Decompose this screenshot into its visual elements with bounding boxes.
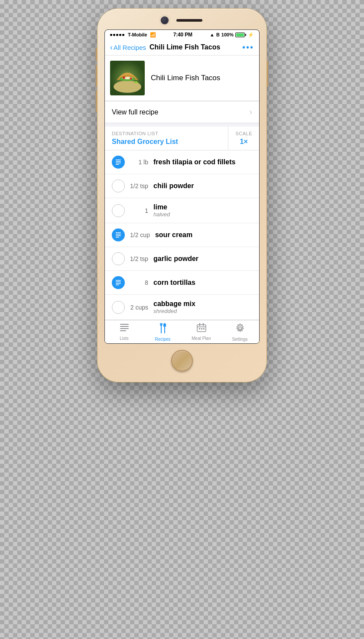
recipe-header-card: Chili Lime Fish Tacos: [105, 55, 259, 101]
svg-rect-12: [116, 234, 121, 235]
ingredient-checkbox[interactable]: [112, 179, 125, 192]
back-label: All Recipes: [114, 44, 146, 51]
svg-rect-16: [116, 282, 121, 283]
svg-rect-20: [120, 326, 129, 327]
destination-left: DESTINATION LIST Shared Grocery List: [105, 127, 228, 150]
status-bar: T-Mobile 📶 7:40 PM ▲ B 100% ⚡: [105, 30, 259, 39]
tab-settings-label: Settings: [232, 337, 247, 342]
ingredient-checkbox[interactable]: [112, 204, 125, 217]
ingredient-name: fresh tilapia or cod fillets: [153, 158, 252, 166]
more-button[interactable]: •••: [242, 43, 254, 52]
ingredient-info: sour cream: [155, 231, 252, 239]
battery-percent: 100%: [221, 32, 234, 37]
ingredient-row: 2 cups cabbage mix shredded: [105, 295, 259, 320]
front-camera: [162, 17, 168, 23]
svg-rect-11: [116, 232, 121, 233]
scale-label: SCALE: [235, 131, 252, 136]
view-full-recipe-button[interactable]: View full recipe ›: [105, 101, 259, 123]
home-button[interactable]: [171, 350, 193, 372]
destination-list-value[interactable]: Shared Grocery List: [112, 138, 221, 146]
mute-button[interactable]: [96, 48, 98, 61]
tab-lists[interactable]: Lists: [105, 323, 143, 342]
svg-rect-34: [203, 328, 205, 329]
page-title: Chili Lime Fish Tacos: [150, 43, 239, 51]
recipes-icon: [158, 323, 168, 336]
svg-rect-32: [199, 328, 200, 329]
svg-rect-22: [120, 330, 126, 331]
ingredient-row: 1/2 tsp garlic powder: [105, 247, 259, 271]
destination-list-label: DESTINATION LIST: [112, 131, 221, 136]
ingredient-row: 1 lb fresh tilapia or cod fillets: [105, 150, 259, 174]
svg-rect-19: [120, 324, 129, 325]
earpiece-speaker: [176, 19, 202, 22]
tab-recipes-label: Recipes: [155, 337, 170, 342]
svg-rect-14: [116, 237, 119, 238]
ingredient-info: corn tortillas: [153, 279, 252, 287]
ingredient-checkbox[interactable]: [112, 301, 125, 314]
tab-recipes[interactable]: Recipes: [143, 323, 182, 342]
ingredient-row: 1 lime halved: [105, 198, 259, 223]
carrier-name: T-Mobile: [128, 32, 147, 37]
ingredient-note: halved: [153, 211, 252, 218]
svg-point-6: [130, 78, 132, 80]
svg-rect-7: [116, 160, 121, 160]
ingredient-amount: 1/2 cup: [130, 231, 150, 238]
ingredient-checkbox[interactable]: [112, 252, 125, 265]
status-left: T-Mobile 📶: [110, 32, 156, 38]
ingredient-name: corn tortillas: [153, 279, 252, 287]
tab-lists-label: Lists: [120, 336, 129, 341]
tab-settings[interactable]: Settings: [221, 323, 259, 342]
ingredient-list-icon[interactable]: [112, 228, 125, 241]
svg-rect-8: [116, 161, 121, 162]
tab-bar: Lists: [105, 320, 259, 343]
ingredient-info: fresh tilapia or cod fillets: [153, 158, 252, 166]
navigation-bar: ‹ All Recipes Chili Lime Fish Tacos •••: [105, 39, 259, 55]
ingredient-row: 1/2 tsp chili powder: [105, 174, 259, 198]
tab-mealplan[interactable]: Meal Plan: [182, 323, 221, 342]
svg-point-5: [123, 76, 125, 79]
svg-rect-9: [116, 163, 121, 163]
svg-rect-15: [116, 280, 121, 281]
ingredient-list-icon[interactable]: [112, 276, 125, 289]
ingredient-amount: 1/2 tsp: [130, 183, 148, 189]
back-chevron-icon: ‹: [110, 43, 113, 51]
ingredient-amount: 8: [130, 279, 148, 286]
clock: 7:40 PM: [173, 32, 192, 38]
svg-rect-18: [116, 285, 119, 286]
mealplan-icon: [196, 323, 207, 335]
ingredient-info: garlic powder: [153, 255, 252, 263]
status-right: ▲ B 100% ⚡: [210, 32, 254, 38]
phone-bottom: [104, 344, 260, 375]
signal-strength: [110, 34, 124, 36]
ingredient-info: lime halved: [153, 203, 252, 218]
charging-icon: ⚡: [248, 32, 254, 38]
ingredient-name: chili powder: [153, 182, 252, 190]
svg-rect-17: [116, 283, 121, 284]
ingredients-list: 1 lb fresh tilapia or cod fillets 1/2 ts…: [105, 150, 259, 320]
ingredient-amount: 1: [130, 207, 148, 214]
destination-card: DESTINATION LIST Shared Grocery List SCA…: [105, 127, 259, 150]
ingredient-row: 1/2 cup sour cream: [105, 223, 259, 247]
recipe-name: Chili Lime Fish Tacos: [151, 74, 220, 82]
svg-point-35: [239, 327, 241, 329]
ingredient-info: chili powder: [153, 182, 252, 190]
chevron-right-icon: ›: [250, 108, 252, 117]
ingredient-amount: 1 lb: [130, 159, 148, 166]
svg-rect-21: [120, 328, 129, 329]
back-button[interactable]: ‹ All Recipes: [110, 43, 146, 51]
power-button[interactable]: [266, 61, 268, 87]
ingredient-list-icon[interactable]: [112, 156, 125, 169]
bluetooth-icon: B: [216, 32, 220, 37]
ingredient-row: 8 corn tortillas: [105, 271, 259, 295]
volume-up-button[interactable]: [96, 65, 98, 87]
recipe-image: [110, 61, 145, 95]
scale-value[interactable]: 1×: [240, 138, 248, 146]
screen-content: Chili Lime Fish Tacos View full recipe ›…: [105, 55, 259, 343]
volume-down-button[interactable]: [96, 90, 98, 112]
settings-icon: [235, 323, 245, 336]
ingredient-name: sour cream: [155, 231, 252, 239]
ingredient-note: shredded: [153, 308, 252, 314]
ingredient-name: cabbage mix: [153, 300, 252, 308]
lists-icon: [119, 323, 130, 335]
ingredient-name: garlic powder: [153, 255, 252, 263]
